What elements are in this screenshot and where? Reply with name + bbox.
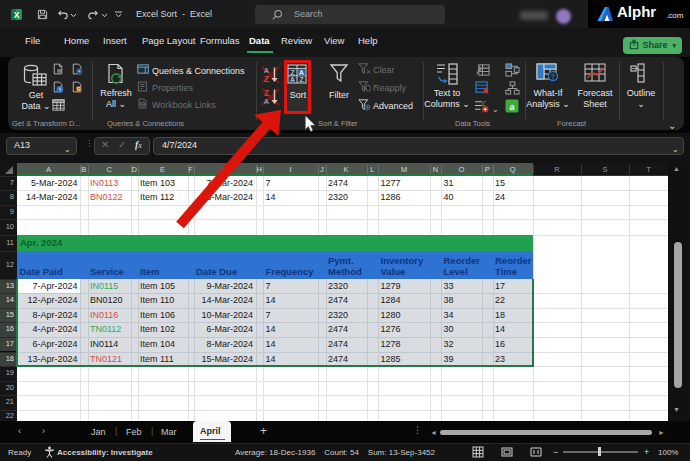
svg-text:X: X bbox=[14, 10, 20, 20]
svg-text:A: A bbox=[264, 97, 270, 106]
svg-text:Z: Z bbox=[264, 88, 269, 98]
svg-text:Z: Z bbox=[264, 74, 269, 84]
svg-text:?: ? bbox=[551, 72, 556, 81]
